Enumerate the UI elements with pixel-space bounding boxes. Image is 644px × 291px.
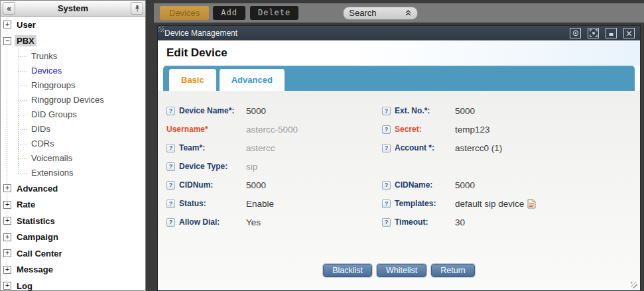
sidebar-item-advanced[interactable]: + Advanced: [1, 180, 145, 197]
window-titlebar[interactable]: Device Management: [158, 26, 640, 40]
sidebar-item-ringgroup-devices[interactable]: Ringgroup Devices: [1, 93, 145, 107]
sidebar-item-statistics[interactable]: + Statistics: [1, 213, 145, 229]
sidebar-item-ringgroups[interactable]: Ringgroups: [1, 78, 145, 93]
value-timeout: 30: [455, 217, 465, 227]
sidebar-pin-button[interactable]: [131, 2, 143, 15]
expand-plus-icon[interactable]: +: [3, 282, 11, 290]
field-ext-no: ? Ext. No.*: 5000: [382, 101, 637, 120]
help-icon[interactable]: ?: [382, 181, 391, 190]
search-collapse-icon[interactable]: [405, 9, 412, 17]
value-username: astercc-5000: [246, 125, 298, 135]
sidebar-item-voicemails[interactable]: Voicemails: [1, 151, 145, 166]
action-button-row: Blacklist Whitelist Return: [158, 264, 640, 277]
sidebar-collapse-button[interactable]: «: [3, 2, 15, 15]
sidebar-item-campaign[interactable]: + Campaign: [1, 229, 145, 246]
value-ext-no: 5000: [455, 106, 475, 116]
value-device-name: 5000: [246, 106, 266, 116]
maximize-button[interactable]: [588, 28, 599, 38]
window-resize-handle-icon[interactable]: [631, 282, 637, 288]
field-cidnum: ? CIDNum: 5000: [166, 176, 379, 194]
restore-button[interactable]: [606, 28, 617, 38]
search-label: Search: [349, 8, 405, 18]
help-icon[interactable]: ?: [166, 162, 175, 171]
form-column-right: ? Ext. No.*: 5000 ? Secret: temp123 ? Ac…: [382, 101, 637, 231]
expand-plus-icon[interactable]: +: [3, 233, 11, 241]
sidebar-item-message[interactable]: + Message: [1, 262, 145, 278]
value-device-type: sip: [246, 162, 257, 172]
template-document-icon[interactable]: [527, 199, 536, 209]
add-button[interactable]: Add: [213, 6, 245, 20]
help-icon[interactable]: ?: [166, 144, 175, 152]
value-cidnum: 5000: [246, 180, 266, 190]
sidebar-header: « System: [1, 1, 145, 17]
close-button[interactable]: [623, 28, 635, 38]
sidebar-item-extensions[interactable]: Extensions: [1, 166, 145, 180]
search-dropdown[interactable]: Search: [343, 7, 418, 20]
sidebar-item-did-groups[interactable]: DID Groups: [1, 107, 145, 122]
sidebar-item-pbx[interactable]: − PBX: [1, 33, 145, 50]
expand-plus-icon[interactable]: +: [3, 266, 11, 274]
help-icon[interactable]: ?: [382, 200, 391, 208]
help-icon[interactable]: ?: [166, 181, 175, 190]
top-toolbar: Devices Add Delete Search: [154, 3, 644, 23]
sidebar-item-rate[interactable]: + Rate: [1, 197, 145, 213]
field-device-type: ? Device Type: sip: [166, 157, 379, 176]
value-cidname: 5000: [455, 180, 475, 190]
field-timeout: ? Timeout: 30: [382, 213, 637, 231]
help-icon[interactable]: ?: [382, 218, 391, 227]
help-icon[interactable]: ?: [382, 125, 391, 134]
field-templates: ? Templates: default sip device: [382, 194, 637, 213]
form-column-left: ? Device Name*: 5000 Username* astercc-5…: [166, 101, 379, 231]
value-team: astercc: [246, 143, 275, 153]
value-allow-dial: Yes: [246, 217, 261, 227]
value-status: Enable: [246, 199, 274, 209]
window-body: Edit Device Basic Advanced ? Device Name…: [158, 40, 640, 290]
field-status: ? Status: Enable: [166, 194, 379, 213]
delete-button[interactable]: Delete: [250, 6, 298, 20]
field-allow-dial: ? Allow Dial: Yes: [166, 213, 379, 231]
window-drag-grip-icon: [158, 26, 164, 32]
help-icon[interactable]: ?: [166, 218, 175, 227]
field-cidname: ? CIDName: 5000: [382, 176, 637, 194]
expand-plus-icon[interactable]: +: [3, 249, 11, 257]
sidebar-item-cdrs[interactable]: CDRs: [1, 137, 145, 151]
sidebar: « System + User − PBX Trunks Devices Rin…: [0, 0, 146, 291]
pin-icon: [133, 5, 141, 13]
value-secret: temp123: [455, 125, 490, 135]
maximize-icon: [590, 29, 598, 37]
return-button[interactable]: Return: [431, 264, 475, 277]
collapse-icon: «: [7, 4, 11, 13]
tab-content: ? Device Name*: 5000 Username* astercc-5…: [158, 91, 640, 290]
expand-plus-icon[interactable]: +: [3, 217, 11, 225]
blacklist-button[interactable]: Blacklist: [323, 264, 372, 277]
collapse-minus-icon[interactable]: −: [3, 37, 11, 45]
page-title: Edit Device: [166, 46, 227, 60]
sidebar-title: System: [58, 3, 88, 13]
navigation-tree: + User − PBX Trunks Devices Ringgroups R…: [1, 17, 145, 291]
devices-tab-button[interactable]: Devices: [160, 6, 209, 20]
field-account: ? Account *: astercc0 (1): [382, 139, 637, 157]
help-icon[interactable]: ?: [382, 107, 391, 115]
sidebar-item-devices[interactable]: Devices: [1, 64, 145, 78]
help-icon[interactable]: ?: [166, 200, 175, 208]
expand-plus-icon[interactable]: +: [3, 201, 11, 209]
help-icon[interactable]: ?: [166, 107, 175, 115]
tab-basic[interactable]: Basic: [169, 69, 216, 91]
help-icon[interactable]: ?: [382, 144, 391, 152]
value-templates: default sip device: [455, 199, 536, 209]
expand-plus-icon[interactable]: +: [3, 184, 11, 192]
pbx-children: Trunks Devices Ringgroups Ringgroup Devi…: [1, 49, 145, 180]
whitelist-button[interactable]: Whitelist: [377, 264, 426, 277]
field-team: ? Team*: astercc: [166, 139, 379, 157]
field-device-name: ? Device Name*: 5000: [166, 101, 379, 120]
sidebar-item-log[interactable]: + Log: [1, 278, 145, 291]
expand-plus-icon[interactable]: +: [3, 21, 11, 29]
sidebar-item-dids[interactable]: DIDs: [1, 122, 145, 137]
tab-advanced[interactable]: Advanced: [220, 69, 285, 91]
page-heading-bar: Edit Device: [158, 40, 640, 66]
restore-icon: [608, 29, 615, 37]
sidebar-item-trunks[interactable]: Trunks: [1, 49, 145, 64]
sidebar-item-user[interactable]: + User: [1, 17, 145, 33]
sidebar-item-call-center[interactable]: + Call Center: [1, 245, 145, 262]
refresh-button[interactable]: [570, 28, 581, 38]
